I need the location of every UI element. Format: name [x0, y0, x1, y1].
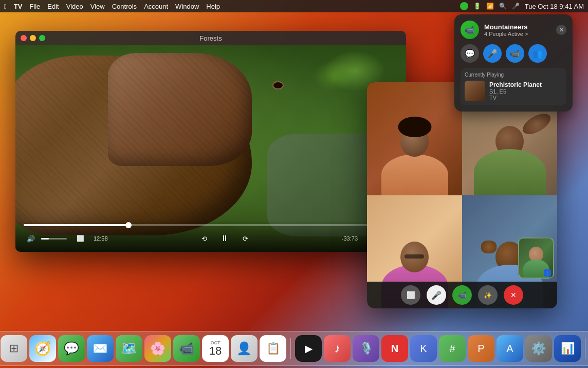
dino-head-scales — [108, 53, 252, 166]
dock-appstore[interactable]: A — [497, 335, 523, 362]
play-pause-button[interactable]: ⏸ — [217, 231, 232, 246]
cp-season-info: S1, E5 — [489, 88, 562, 95]
dock-separator — [290, 338, 291, 359]
dock-mail[interactable]: ✉️ — [87, 335, 114, 362]
forward-10-button[interactable]: ⟳ — [238, 231, 252, 246]
current-time: 12:58 — [94, 235, 108, 242]
menubar:  TV File Edit Video View Controls Accou… — [0, 0, 588, 12]
controls-menu[interactable]: Controls — [112, 3, 137, 10]
siri-icon[interactable]: 🎤 — [512, 3, 520, 10]
rewind-10-button[interactable]: ⟲ — [197, 231, 211, 246]
close-button[interactable] — [21, 35, 27, 41]
cp-show-title: Prehistoric Planet — [489, 81, 562, 88]
dock-appletv[interactable]: ▶ — [295, 335, 322, 362]
people-action-button[interactable]: 👥 — [528, 44, 547, 63]
volume-icon[interactable]: 🔊 — [24, 231, 38, 246]
volume-fill — [41, 238, 49, 240]
menubar-right: 🔋 📶 🔍 🎤 Tue Oct 18 9:41 AM — [460, 2, 584, 10]
currently-playing-card: Currently Playing Prehistoric Planet S1,… — [461, 68, 566, 105]
facetime-status-icon — [460, 2, 468, 10]
volume-track[interactable] — [41, 238, 67, 240]
battery-icon: 🔋 — [473, 3, 481, 10]
notif-header: 📹 Mountaineers 4 People Active > ✕ — [461, 21, 566, 39]
video-controls: 🔊 ⬜ 12:58 ⟲ ⏸ ⟳ -33:73 💬 ⛶ — [15, 220, 406, 252]
dock-news[interactable]: N — [381, 335, 408, 362]
notif-close-button[interactable]: ✕ — [556, 25, 566, 35]
facetime-controls: ⬜ 🎤 📹 ✨ ✕ — [367, 282, 557, 308]
facetime-notification: 📹 Mountaineers 4 People Active > ✕ 💬 🎤 📹… — [454, 14, 573, 112]
datetime-display: Tue Oct 18 9:41 AM — [525, 3, 584, 10]
dock-instastats[interactable]: 📊 — [554, 335, 581, 362]
tv-titlebar: Forests — [15, 31, 406, 45]
minimize-button[interactable] — [30, 35, 36, 41]
help-menu[interactable]: Help — [206, 3, 220, 10]
currently-playing-label: Currently Playing — [465, 72, 562, 78]
dock-numbers[interactable]: # — [439, 335, 466, 362]
cp-info: Prehistoric Planet S1, E5 TV — [489, 81, 562, 101]
end-call-button[interactable]: ✕ — [504, 285, 523, 305]
screen-share-button[interactable]: ⬜ — [401, 285, 420, 305]
search-icon[interactable]: 🔍 — [499, 3, 507, 10]
message-action-button[interactable]: 💬 — [461, 44, 479, 63]
facetime-window: 👤 ⬜ 🎤 📹 ✨ ✕ — [367, 82, 557, 308]
dock-photos[interactable]: 🌸 — [144, 335, 171, 362]
dock-messages[interactable]: 💬 — [58, 335, 85, 362]
video-menu[interactable]: Video — [66, 3, 83, 10]
video-action-button[interactable]: 📹 — [506, 44, 524, 63]
remaining-time: -33:73 — [342, 235, 358, 242]
dino-eye — [272, 81, 284, 89]
dock-safari[interactable]: 🧭 — [29, 335, 56, 362]
dock-keynote[interactable]: K — [410, 335, 437, 362]
facetime-app-icon: 📹 — [461, 21, 479, 39]
edit-menu[interactable]: Edit — [47, 3, 59, 10]
dock-contacts[interactable]: 👤 — [231, 335, 258, 362]
facetime-self-view: 👤 — [518, 237, 554, 279]
maximize-button[interactable] — [39, 35, 45, 41]
dock-maps[interactable]: 🗺️ — [116, 335, 142, 362]
cp-thumbnail — [465, 81, 485, 101]
dock: 🔵 ⊞ 🧭 💬 ✉️ 🗺️ 🌸 📹 OCT — [0, 331, 588, 366]
camera-button[interactable]: 📹 — [452, 285, 472, 305]
traffic-lights — [21, 35, 45, 41]
dock-reminders[interactable]: 📋 — [260, 335, 286, 362]
pip-button[interactable]: ⬜ — [73, 231, 87, 246]
dock-separator-2 — [585, 338, 585, 359]
apple-menu[interactable]:  — [4, 3, 7, 10]
dinosaur-head — [108, 53, 252, 166]
dock-launchpad[interactable]: ⊞ — [1, 335, 27, 362]
desktop:  TV File Edit Video View Controls Accou… — [0, 0, 588, 368]
progress-thumb[interactable] — [125, 222, 132, 228]
window-title: Forests — [199, 34, 222, 42]
file-menu[interactable]: File — [29, 3, 40, 10]
effects-button[interactable]: ✨ — [478, 285, 498, 305]
dock-facetime[interactable]: 📹 — [173, 335, 200, 362]
microphone-action-button[interactable]: 🎤 — [483, 44, 502, 63]
notif-actions: 💬 🎤 📹 👥 — [461, 44, 566, 63]
dock-pages[interactable]: P — [468, 335, 494, 362]
dock-system-preferences[interactable]: ⚙️ — [525, 335, 552, 362]
dock-music[interactable]: ♪ — [324, 335, 351, 362]
app-name-menu[interactable]: TV — [14, 3, 23, 10]
cp-type: TV — [489, 95, 562, 101]
notif-group-info: Mountaineers 4 People Active > — [484, 23, 528, 37]
group-status[interactable]: 4 People Active > — [484, 31, 528, 37]
dock-calendar[interactable]: OCT 18 — [202, 335, 229, 362]
bokeh-2 — [314, 61, 355, 91]
wifi-icon: 📶 — [486, 3, 494, 10]
progress-fill — [24, 224, 128, 226]
window-menu[interactable]: Window — [175, 3, 199, 10]
view-menu[interactable]: View — [90, 3, 105, 10]
mute-button[interactable]: 🎤 — [427, 285, 446, 305]
account-menu[interactable]: Account — [144, 3, 168, 10]
facetime-tile-1 — [367, 82, 462, 195]
video-content[interactable]: 🔊 ⬜ 12:58 ⟲ ⏸ ⟳ -33:73 💬 ⛶ — [15, 45, 406, 252]
dock-podcasts[interactable]: 🎙️ — [353, 335, 379, 362]
group-name: Mountaineers — [484, 23, 528, 31]
progress-bar[interactable] — [24, 224, 398, 226]
tv-player-window: Forests 🔊 — [15, 31, 406, 252]
menubar-left:  TV File Edit Video View Controls Accou… — [4, 3, 220, 10]
cp-content: Prehistoric Planet S1, E5 TV — [465, 81, 562, 101]
controls-row: 🔊 ⬜ 12:58 ⟲ ⏸ ⟳ -33:73 💬 ⛶ — [24, 231, 398, 246]
